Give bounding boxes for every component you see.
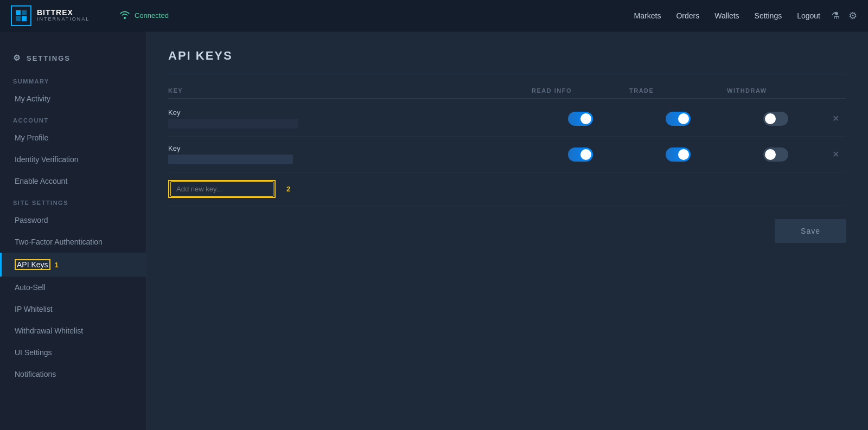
nav-icons: ⚗ ⚙ [831, 10, 857, 22]
page-title: API KEYS [168, 49, 846, 63]
flask-icon[interactable]: ⚗ [831, 10, 840, 22]
col-delete [825, 87, 846, 94]
nav-links: Markets Orders Wallets Settings Logout [634, 11, 820, 20]
toggle-withdraw-2-switch[interactable] [763, 147, 788, 162]
toggle-withdraw-2[interactable] [727, 147, 825, 162]
table-row: Key ✕ [168, 101, 846, 137]
delete-row-2[interactable]: ✕ [825, 149, 846, 159]
layout: ⚙ SETTINGS SUMMARY My Activity ACCOUNT M… [0, 31, 868, 430]
connection-label: Connected [135, 11, 169, 20]
connection-status: Connected [119, 10, 169, 21]
sidebar-item-api-keys[interactable]: API Keys 1 [0, 253, 146, 277]
nav-settings[interactable]: Settings [755, 11, 782, 20]
toggle-trade-2[interactable] [629, 147, 727, 162]
section-account: ACCOUNT [0, 110, 146, 127]
divider [168, 74, 846, 74]
save-area: Save [168, 219, 846, 243]
nav-orders[interactable]: Orders [676, 11, 699, 20]
delete-row-1[interactable]: ✕ [825, 113, 846, 124]
topnav: BITTREX INTERNATIONAL Connected Markets … [0, 0, 868, 31]
toggle-knob [580, 149, 591, 160]
settings-gear-icon[interactable]: ⚙ [848, 10, 857, 22]
key-label-1: Key [168, 108, 532, 117]
nav-markets[interactable]: Markets [634, 11, 661, 20]
key-cell-2: Key [168, 144, 532, 164]
add-key-annotation: 2 [286, 185, 290, 193]
col-read-info: READ INFO [532, 87, 629, 94]
api-keys-table: KEY READ INFO TRADE WITHDRAW Key [168, 87, 846, 206]
sidebar-item-auto-sell[interactable]: Auto-Sell [0, 277, 146, 298]
key-label-2: Key [168, 144, 532, 152]
toggle-knob [580, 113, 591, 124]
brand-sub: INTERNATIONAL [37, 17, 90, 22]
key-value-bar-1 [168, 119, 298, 129]
table-header: KEY READ INFO TRADE WITHDRAW [168, 87, 846, 99]
toggle-read-info-1[interactable] [532, 112, 629, 126]
sidebar-item-withdrawal-whitelist[interactable]: Withdrawal Whitelist [0, 320, 146, 342]
section-site-settings: SITE SETTINGS [0, 192, 146, 209]
svg-rect-0 [16, 10, 21, 15]
toggle-withdraw-1-switch[interactable] [763, 112, 788, 126]
section-summary: SUMMARY [0, 70, 146, 88]
sidebar-item-password[interactable]: Password [0, 209, 146, 231]
sidebar-item-notifications[interactable]: Notifications [0, 363, 146, 385]
toggle-knob [765, 149, 776, 160]
sidebar: ⚙ SETTINGS SUMMARY My Activity ACCOUNT M… [0, 31, 146, 430]
add-key-row: 2 [168, 172, 846, 206]
toggle-trade-1[interactable] [629, 112, 727, 126]
svg-rect-2 [16, 16, 21, 21]
add-key-input[interactable] [170, 181, 273, 197]
brand-name: BITTREX [37, 9, 90, 17]
toggle-knob [678, 113, 689, 124]
toggle-read-info-1-switch[interactable] [568, 112, 593, 126]
sidebar-item-two-factor[interactable]: Two-Factor Authentication [0, 231, 146, 253]
toggle-read-info-2[interactable] [532, 147, 629, 162]
table-row: Key ✕ [168, 137, 846, 172]
logo-text: BITTREX INTERNATIONAL [37, 9, 90, 22]
logo-area: BITTREX INTERNATIONAL [11, 5, 108, 26]
sidebar-item-enable-account[interactable]: Enable Account [0, 170, 146, 192]
col-trade: TRADE [629, 87, 727, 94]
main-content: API KEYS KEY READ INFO TRADE WITHDRAW Ke… [146, 31, 868, 430]
sidebar-item-ui-settings[interactable]: UI Settings [0, 342, 146, 363]
save-button[interactable]: Save [775, 219, 846, 243]
sidebar-item-my-profile[interactable]: My Profile [0, 127, 146, 149]
col-withdraw: WITHDRAW [727, 87, 825, 94]
sidebar-item-ip-whitelist[interactable]: IP Whitelist [0, 298, 146, 320]
toggle-withdraw-1[interactable] [727, 112, 825, 126]
sidebar-item-identity-verification[interactable]: Identity Verification [0, 149, 146, 170]
toggle-trade-2-switch[interactable] [666, 147, 691, 162]
nav-wallets[interactable]: Wallets [714, 11, 739, 20]
wifi-icon [119, 10, 130, 21]
svg-rect-3 [22, 16, 27, 21]
toggle-knob [765, 113, 776, 124]
settings-label: SETTINGS [27, 54, 71, 62]
settings-header: ⚙ SETTINGS [0, 42, 146, 70]
nav-logout[interactable]: Logout [797, 11, 820, 20]
sidebar-item-my-activity[interactable]: My Activity [0, 88, 146, 110]
key-cell-1: Key [168, 108, 532, 129]
toggle-knob [678, 149, 689, 160]
toggle-trade-1-switch[interactable] [666, 112, 691, 126]
toggle-read-info-2-switch[interactable] [568, 147, 593, 162]
key-value-bar-2 [168, 155, 293, 164]
col-key: KEY [168, 87, 532, 94]
logo-icon [11, 5, 31, 26]
settings-gear-icon: ⚙ [13, 53, 21, 63]
svg-rect-1 [22, 10, 27, 15]
